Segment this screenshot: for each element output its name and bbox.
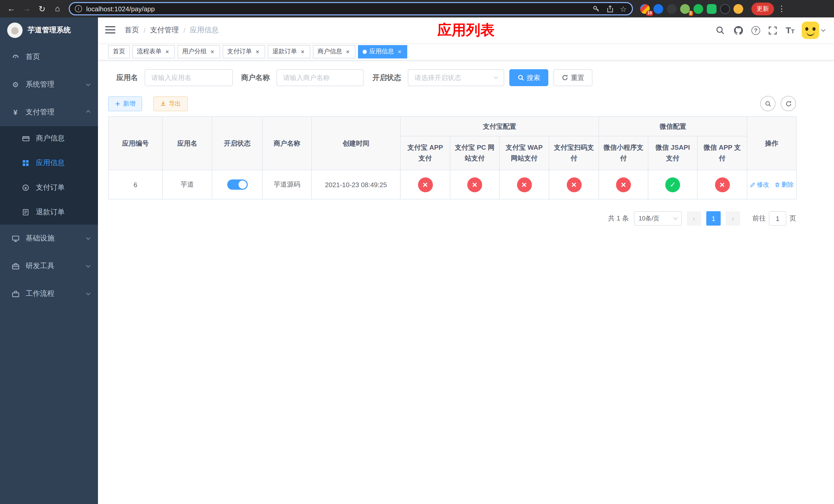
help-icon[interactable]: ? — [751, 26, 760, 35]
grid-icon — [22, 159, 30, 167]
app-name-input[interactable] — [145, 69, 233, 86]
col-merchant: 商户名称 — [262, 117, 312, 170]
next-page-button[interactable]: › — [726, 211, 740, 226]
sidebar-item-home[interactable]: 首页 — [0, 43, 98, 71]
close-icon[interactable] — [396, 48, 403, 54]
add-button[interactable]: 新增 — [108, 96, 142, 111]
github-icon[interactable] — [733, 25, 744, 36]
tab-refund-orders[interactable]: 退款订单 — [268, 45, 310, 58]
app-logo-row[interactable]: 芋道管理系统 — [0, 18, 98, 43]
cell-app-id: 6 — [109, 170, 162, 199]
breadcrumb-home[interactable]: 首页 — [125, 26, 139, 35]
bookmark-star-icon[interactable]: ☆ — [620, 5, 627, 13]
search-icon[interactable] — [715, 25, 726, 36]
reset-button[interactable]: 重置 — [553, 69, 592, 86]
cell-status — [212, 170, 262, 199]
chevron-down-icon — [86, 263, 90, 268]
status-cross-icon — [418, 177, 433, 192]
close-icon[interactable] — [164, 48, 170, 54]
sidebar-item-payment-orders[interactable]: 支付订单 — [0, 175, 98, 200]
status-cross-icon — [616, 177, 631, 192]
browser-update-button[interactable]: 更新 — [751, 2, 774, 15]
extension-icon[interactable] — [667, 4, 677, 14]
browser-toolbar: ← → ↻ ⌂ i localhost:1024/pay/app ☆ 10 1 — [0, 0, 834, 18]
col-alipay-pc: 支付宝 PC 网站支付 — [450, 136, 499, 170]
avatar[interactable] — [802, 22, 819, 39]
home-icon[interactable]: ⌂ — [50, 2, 65, 16]
delete-button[interactable]: 删除 — [774, 180, 794, 189]
status-check-icon — [665, 177, 680, 192]
chevron-down-icon — [86, 235, 90, 240]
page-size-select[interactable]: 10条/页 — [634, 211, 682, 226]
extension-icon[interactable] — [707, 4, 717, 14]
close-icon[interactable] — [300, 48, 306, 54]
browser-menu-icon[interactable]: ⋮ — [777, 4, 786, 13]
extension-icon[interactable] — [720, 4, 730, 14]
cell-merchant: 芋道源码 — [262, 170, 312, 199]
breadcrumb-payment[interactable]: 支付管理 — [150, 26, 179, 35]
merchant-name-input[interactable] — [277, 69, 364, 86]
chevron-down-icon — [86, 291, 90, 295]
status-cross-icon — [517, 177, 532, 192]
sidebar-item-system[interactable]: ⚙ 系统管理 — [0, 71, 98, 98]
status-cross-icon — [715, 177, 730, 192]
sidebar-item-workflow[interactable]: 工作流程 — [0, 280, 98, 307]
profile-extension-icon[interactable]: 1 — [680, 4, 690, 14]
url-bar[interactable]: i localhost:1024/pay/app ☆ — [69, 2, 633, 15]
page-number-button[interactable]: 1 — [706, 211, 721, 226]
order-icon — [22, 184, 30, 191]
col-wechat-jsapi: 微信 JSAPI 支付 — [648, 136, 697, 170]
col-app-name: 应用名 — [162, 117, 212, 170]
extension-icon[interactable] — [654, 4, 663, 14]
sidebar-item-infrastructure[interactable]: 基础设施 — [0, 225, 98, 252]
fullscreen-icon[interactable] — [767, 25, 778, 36]
tab-payment-orders[interactable]: 支付订单 — [223, 45, 265, 58]
sidebar-item-merchant-info[interactable]: 商户信息 — [0, 126, 98, 151]
sidebar-item-app-info[interactable]: 应用信息 — [0, 151, 98, 175]
extension-icon[interactable] — [733, 4, 743, 14]
close-icon[interactable] — [209, 48, 215, 54]
prev-page-button[interactable]: ‹ — [687, 211, 701, 226]
font-size-icon[interactable]: TT — [786, 26, 794, 35]
password-key-icon[interactable] — [592, 5, 600, 13]
page-info-icon[interactable]: i — [75, 5, 82, 12]
refresh-button[interactable] — [781, 96, 796, 111]
url-text[interactable]: localhost:1024/pay/app — [86, 5, 588, 13]
sidebar-item-payment[interactable]: ¥ 支付管理 — [0, 98, 98, 126]
tab-process-form[interactable]: 流程表单 — [132, 45, 175, 58]
goto-page-input[interactable] — [769, 211, 786, 226]
hamburger-icon[interactable] — [105, 25, 116, 35]
forward-icon[interactable]: → — [20, 2, 34, 16]
tab-merchant-info[interactable]: 商户信息 — [313, 45, 355, 58]
app-table: 应用编号 应用名 开启状态 商户名称 创建时间 支付宝配置 微信配置 操作 支付… — [108, 116, 796, 200]
close-icon[interactable] — [345, 48, 351, 54]
edit-button[interactable]: 修改 — [750, 180, 769, 189]
reload-icon[interactable]: ↻ — [35, 2, 49, 16]
tab-app-info[interactable]: 应用信息 — [358, 45, 407, 58]
filter-form: 应用名 商户名称 开启状态 请选择开启状态 搜索 重置 — [108, 69, 796, 86]
toolbox-icon — [11, 262, 20, 270]
app-name-label: 应用名 — [116, 73, 138, 82]
tab-user-group[interactable]: 用户分组 — [177, 45, 220, 58]
total-count: 共 1 条 — [608, 214, 629, 223]
close-icon[interactable] — [255, 48, 261, 54]
extension-icon[interactable]: 10 — [640, 4, 650, 14]
back-icon[interactable]: ← — [4, 2, 19, 16]
search-button[interactable]: 搜索 — [509, 69, 548, 86]
col-alipay-qr: 支付宝扫码支付 — [549, 136, 599, 170]
share-icon[interactable] — [606, 5, 614, 13]
user-menu[interactable] — [802, 22, 825, 39]
toggle-search-button[interactable] — [760, 96, 775, 111]
tab-home[interactable]: 首页 — [108, 45, 130, 58]
sidebar-item-refund-orders[interactable]: 退款订单 — [0, 200, 98, 225]
extension-icon[interactable] — [694, 4, 703, 14]
goto-label: 前往 — [752, 214, 766, 223]
col-group-wechat: 微信配置 — [599, 117, 747, 136]
status-toggle[interactable] — [227, 180, 247, 190]
sidebar-item-dev-tools[interactable]: 研发工具 — [0, 252, 98, 280]
status-select[interactable]: 请选择开启状态 — [408, 69, 504, 86]
table-toolbar: 新增 导出 — [108, 96, 796, 111]
breadcrumb: 首页 / 支付管理 / 应用信息 — [125, 26, 219, 35]
export-button[interactable]: 导出 — [153, 96, 188, 111]
chevron-up-icon — [86, 110, 90, 115]
